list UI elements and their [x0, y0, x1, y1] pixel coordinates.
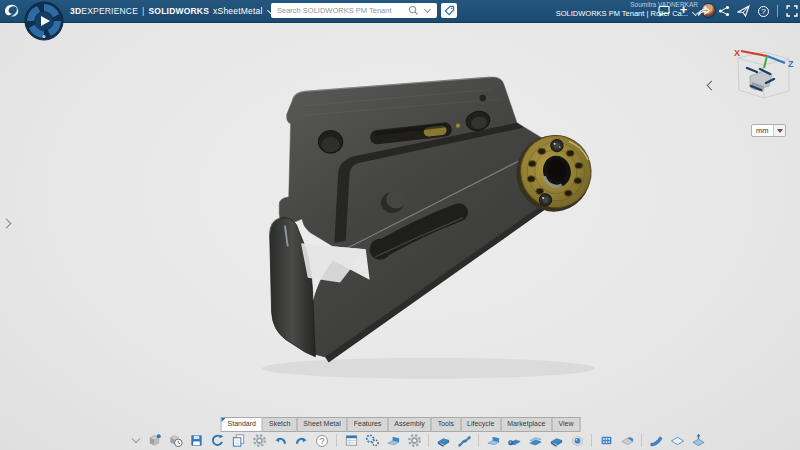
- settings-button[interactable]: [250, 432, 268, 449]
- tab-label: Lifecycle: [467, 420, 494, 427]
- toolbar-overflow-chevron-icon[interactable]: [132, 434, 140, 442]
- view-cube[interactable]: X Z: [700, 40, 798, 124]
- edge-flange-icon: [486, 433, 501, 448]
- sphere-stamp-button[interactable]: [568, 432, 586, 449]
- flange-bolt: [539, 194, 551, 206]
- axis-z-label: Z: [788, 59, 794, 69]
- redo-button[interactable]: [292, 432, 310, 449]
- tab-label: View: [558, 420, 573, 427]
- flange-wall-button[interactable]: [384, 432, 402, 449]
- miter-flange-icon: [507, 433, 522, 448]
- tab-view[interactable]: View: [551, 417, 580, 432]
- navigation-cube-zone: X Z mm: [700, 40, 800, 145]
- fullscreen-button[interactable]: [785, 5, 798, 18]
- paper-plane-icon: [737, 5, 750, 17]
- tab-assembly[interactable]: Assembly: [387, 417, 431, 432]
- brand-separator: |: [142, 6, 144, 16]
- share-button[interactable]: [697, 5, 710, 18]
- sync-icon: [210, 433, 225, 448]
- tag-button[interactable]: [441, 3, 457, 18]
- settings-gear-icon: [252, 433, 267, 448]
- forming-tool-button[interactable]: [597, 432, 615, 449]
- copy-paste-button[interactable]: [229, 432, 247, 449]
- double-hem-button[interactable]: [547, 432, 565, 449]
- unfold-button[interactable]: [689, 432, 707, 449]
- fullscreen-icon: [786, 5, 798, 17]
- share-arrow-icon: [697, 5, 710, 17]
- tab-sheet-metal[interactable]: Sheet Metal: [296, 417, 347, 432]
- copy-paste-icon: [231, 433, 246, 448]
- flat-pattern-button[interactable]: [668, 432, 686, 449]
- collaborate-button[interactable]: [717, 5, 730, 18]
- bend-button[interactable]: [647, 432, 665, 449]
- new-part-button[interactable]: [145, 432, 163, 449]
- toolbar-separator: [478, 434, 479, 447]
- tab-label: Features: [354, 420, 382, 427]
- swept-wall-icon: [457, 433, 472, 448]
- chat-icon: [658, 5, 670, 17]
- flat-pattern-icon: [670, 433, 685, 448]
- 3ds-logo-icon: [3, 2, 21, 20]
- sheet-metal-parameters-icon: [365, 433, 380, 448]
- save-icon: [189, 433, 204, 448]
- miter-flange-button[interactable]: [505, 432, 523, 449]
- compass-icon[interactable]: [24, 1, 64, 41]
- share-network-icon: [718, 5, 730, 17]
- edge-flange-button[interactable]: [484, 432, 502, 449]
- open-recent-button[interactable]: [166, 432, 184, 449]
- tab-standard[interactable]: Standard: [221, 417, 263, 432]
- viewport[interactable]: X Z mm: [0, 22, 800, 450]
- undo-button[interactable]: [271, 432, 289, 449]
- flat-wall-icon: [436, 433, 451, 448]
- topbar-actions: + ?: [657, 0, 798, 22]
- help-icon: ?: [758, 6, 769, 17]
- tag-icon: [444, 5, 455, 16]
- brand-module: xSheetMetal: [213, 6, 262, 16]
- search-input[interactable]: Search SOLIDWORKS PM Tenant: [271, 3, 437, 18]
- units-dropdown-arrow[interactable]: [773, 125, 785, 136]
- plus-icon: +: [680, 5, 688, 15]
- convert-to-sheet-metal-button[interactable]: [618, 432, 636, 449]
- chat-button[interactable]: [657, 5, 670, 18]
- flat-wall-button[interactable]: [434, 432, 452, 449]
- add-button[interactable]: +: [677, 5, 690, 18]
- properties-table-button[interactable]: [342, 432, 360, 449]
- app-window: 3DEXPERIENCE|SOLIDWORKSxSheetMetal Searc…: [0, 0, 800, 450]
- toolbar-separator: [591, 434, 592, 447]
- magnifier-icon[interactable]: [408, 5, 419, 16]
- brand-3d: 3D: [70, 6, 81, 16]
- redo-icon: [294, 433, 309, 448]
- sync-button[interactable]: [208, 432, 226, 449]
- properties-table-icon: [344, 433, 359, 448]
- units-dropdown[interactable]: mm: [751, 124, 786, 137]
- tab-tools[interactable]: Tools: [431, 417, 461, 432]
- send-button[interactable]: [737, 5, 750, 18]
- bend-icon: [649, 433, 664, 448]
- tab-label: Sheet Metal: [303, 420, 340, 427]
- tab-sketch[interactable]: Sketch: [262, 417, 297, 432]
- help-button[interactable]: ?: [757, 5, 770, 18]
- brand-app: SOLIDWORKS: [149, 6, 210, 16]
- tab-features[interactable]: Features: [347, 417, 389, 432]
- model-thumbnail: [747, 68, 774, 92]
- rolled-wall-icon: [407, 433, 422, 448]
- ribbon-tabs: Standard Sketch Sheet Metal Features Ass…: [221, 417, 580, 432]
- save-button[interactable]: [187, 432, 205, 449]
- unfold-icon: [691, 433, 706, 448]
- help-toolbar-button[interactable]: ?: [313, 432, 331, 449]
- hem-button[interactable]: [526, 432, 544, 449]
- search-scope-chevron-icon[interactable]: [424, 6, 431, 13]
- model-canvas[interactable]: [0, 22, 800, 450]
- tab-lifecycle[interactable]: Lifecycle: [460, 417, 501, 432]
- app-title[interactable]: 3DEXPERIENCE|SOLIDWORKSxSheetMetal: [70, 0, 273, 22]
- help-icon: ?: [316, 435, 328, 447]
- top-bar: 3DEXPERIENCE|SOLIDWORKSxSheetMetal Searc…: [0, 0, 800, 23]
- sheet-metal-parameters-button[interactable]: [363, 432, 381, 449]
- tab-marketplace[interactable]: Marketplace: [500, 417, 552, 432]
- tab-label: Standard: [228, 420, 256, 427]
- rolled-wall-button[interactable]: [405, 432, 423, 449]
- model-shadow: [262, 358, 595, 379]
- action-bar: ?: [133, 432, 707, 449]
- swept-wall-button[interactable]: [455, 432, 473, 449]
- search-placeholder: Search SOLIDWORKS PM Tenant: [277, 6, 408, 15]
